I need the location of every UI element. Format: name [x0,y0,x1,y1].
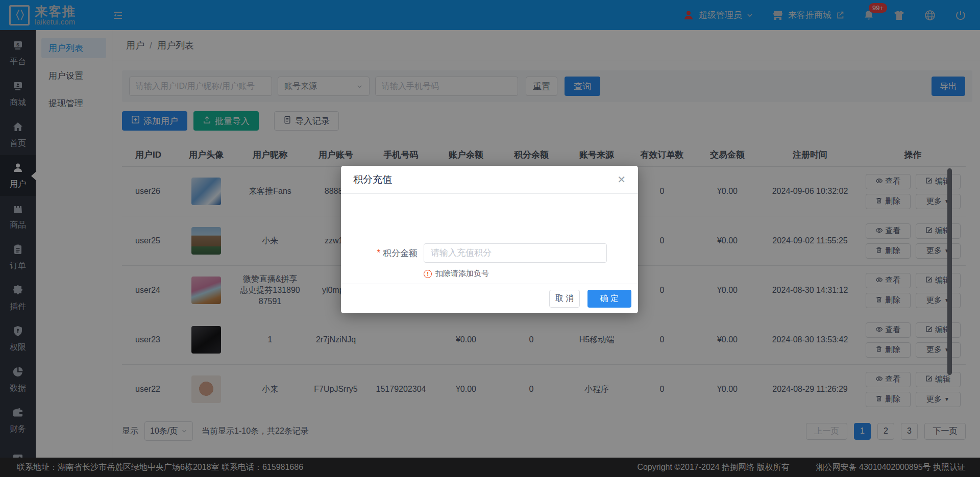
points-amount-input[interactable] [424,243,607,263]
points-recharge-modal: 积分充值 ✕ * 积分金额 ! 扣除请添加负号 取 消 确 定 [341,166,638,313]
points-amount-label: * 积分金额 [341,243,418,263]
form-hint: ! 扣除请添加负号 [424,269,489,279]
modal-footer: 取 消 确 定 [341,284,638,313]
required-asterisk: * [377,248,380,258]
confirm-button[interactable]: 确 定 [587,290,631,308]
page: 〈〉 来客推 laiketui.com 超级管理员 [0,0,980,477]
warning-circle-icon: ! [424,270,432,278]
close-icon[interactable]: ✕ [617,173,626,186]
modal-header: 积分充值 ✕ [341,166,638,194]
cancel-button[interactable]: 取 消 [549,290,580,308]
modal-body: * 积分金额 ! 扣除请添加负号 [341,194,638,284]
modal-title: 积分充值 [353,173,392,186]
